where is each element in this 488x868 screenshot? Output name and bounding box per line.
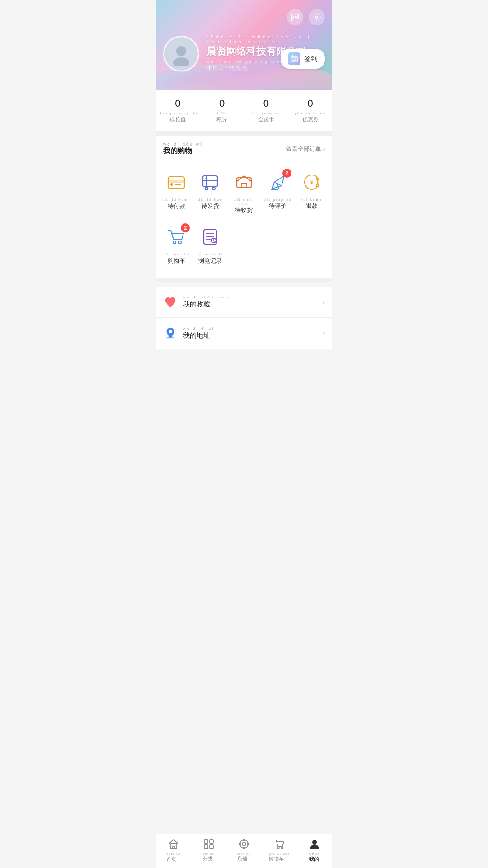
history-item[interactable]: lǘ lǎn jì lù 浏览记录 — [193, 220, 227, 270]
stat-coupon-value: 0 — [288, 98, 332, 109]
cart-item[interactable]: 2 gòu wù chē 购物车 — [160, 220, 193, 270]
wave-decoration — [156, 68, 332, 90]
stat-membership-label: huì yuán kǎ 会员卡 — [244, 111, 288, 123]
address-chevron: › — [323, 329, 325, 337]
list-section: wǒ dí shōu cáng 我的收藏 › wǒ dí dì zhǐ 我的地址… — [156, 287, 332, 349]
checkin-label: 签到 — [304, 55, 318, 63]
settings-button[interactable] — [309, 9, 325, 25]
pending-receive-label: dài shōu huò 待收货 — [230, 198, 258, 214]
svg-point-12 — [170, 183, 173, 186]
cart-label: gòu wù chē 购物车 — [163, 252, 190, 265]
pending-review-item[interactable]: 2 dài píng jià 待评价 — [261, 165, 295, 220]
svg-point-3 — [316, 16, 318, 19]
cart-icon: 2 — [164, 225, 188, 249]
pending-pay-label: dài fù kuǎn 待付款 — [163, 198, 191, 210]
address-label: wǒ dí dì zhǐ 我的地址 — [183, 326, 323, 340]
stat-points-value: 0 — [200, 98, 244, 109]
favorites-item[interactable]: wǒ dí shōu cáng 我的收藏 › — [156, 287, 332, 318]
header-top-icons — [287, 9, 325, 25]
shopping-grid: dài fù kuǎn 待付款 dài fā huò 待发货 — [156, 160, 332, 278]
calendar-icon — [288, 52, 300, 65]
bottom-spacer — [156, 349, 332, 385]
refund-label: tuì kuǎn 退款 — [301, 198, 322, 210]
favorites-chevron: › — [323, 298, 325, 306]
checkin-button[interactable]: 签到 — [281, 49, 325, 69]
history-label: lǘ lǎn jì lù 浏览记录 — [197, 252, 224, 265]
avatar[interactable] — [163, 36, 199, 72]
stat-growth-label: chéng zhǎng zhí 成长值 — [156, 111, 200, 123]
svg-text:¥: ¥ — [310, 179, 313, 186]
svg-point-27 — [173, 241, 176, 244]
pending-receive-icon — [232, 170, 256, 194]
svg-rect-29 — [204, 230, 216, 244]
pending-pay-item[interactable]: dài fù kuǎn 待付款 — [160, 165, 193, 220]
pending-review-label: dài píng jià 待评价 — [263, 198, 292, 210]
refund-icon: ¥ — [300, 170, 324, 194]
message-button[interactable] — [287, 9, 303, 25]
pending-ship-icon — [198, 170, 222, 194]
stat-membership[interactable]: 0 huì yuán kǎ 会员卡 — [244, 98, 289, 123]
stat-points[interactable]: 0 jī fēn 积分 — [200, 98, 244, 123]
view-all-orders-button[interactable]: 查看全部订单 › — [286, 145, 325, 153]
pending-ship-item[interactable]: dài fā huò 待发货 — [193, 165, 227, 220]
location-icon — [163, 326, 178, 340]
svg-point-19 — [212, 187, 215, 190]
divider-2 — [156, 278, 332, 282]
svg-point-5 — [173, 57, 189, 66]
svg-rect-6 — [291, 56, 297, 62]
header-banner: chén xián wǎng luò kē jì yǒu xiàn gōng s… — [156, 0, 332, 90]
address-item[interactable]: wǒ dí dì zhǐ 我的地址 › — [156, 318, 332, 349]
shopping-grid-row2: 2 gòu wù chē 购物车 — [156, 220, 332, 270]
stat-growth[interactable]: 0 chéng zhǎng zhí 成长值 — [156, 98, 200, 123]
shopping-section-header: wǒ dí gòu wù 我的购物 查看全部订单 › — [156, 136, 332, 160]
svg-rect-13 — [175, 184, 181, 185]
svg-point-34 — [169, 330, 172, 334]
favorites-label: wǒ dí shōu cáng 我的收藏 — [183, 295, 323, 309]
svg-point-18 — [205, 187, 208, 190]
pending-receive-item[interactable]: dài shōu huò 待收货 — [227, 165, 261, 220]
shopping-grid-row1: dài fù kuǎn 待付款 dài fā huò 待发货 — [156, 165, 332, 220]
empty-slot-1 — [227, 220, 261, 270]
stat-membership-value: 0 — [244, 98, 288, 109]
svg-rect-21 — [241, 183, 247, 188]
pending-review-badge: 2 — [282, 169, 291, 178]
divider-1 — [156, 131, 332, 136]
svg-line-23 — [277, 182, 279, 189]
stat-points-label: jī fēn 积分 — [200, 111, 244, 123]
empty-slot-3 — [295, 220, 328, 270]
svg-rect-11 — [168, 180, 184, 183]
heart-icon — [163, 295, 178, 309]
svg-point-4 — [176, 46, 186, 56]
history-icon — [198, 225, 222, 249]
svg-rect-14 — [203, 176, 217, 187]
shopping-section-title: wǒ dí gòu wù 我的购物 — [163, 142, 204, 156]
pending-pay-icon — [164, 170, 188, 194]
refund-item[interactable]: ¥ tuì kuǎn 退款 — [295, 165, 328, 220]
svg-point-28 — [178, 241, 181, 244]
stat-coupon-label: yōu huì quàn 优惠券 — [288, 111, 332, 123]
empty-slot-2 — [261, 220, 295, 270]
username-pinyin: chén xián wǎng luò kē jì yǒu xiàn gōng s… — [206, 35, 332, 45]
svg-rect-17 — [205, 178, 207, 179]
cart-badge: 2 — [181, 223, 190, 232]
stat-coupon[interactable]: 0 yōu huì quàn 优惠券 — [288, 98, 332, 123]
stat-growth-value: 0 — [156, 98, 200, 109]
stats-section: 0 chéng zhǎng zhí 成长值 0 jī fēn 积分 0 huì … — [156, 90, 332, 131]
pending-ship-label: dài fā huò 待发货 — [198, 198, 223, 210]
pending-review-icon: 2 — [266, 170, 290, 194]
